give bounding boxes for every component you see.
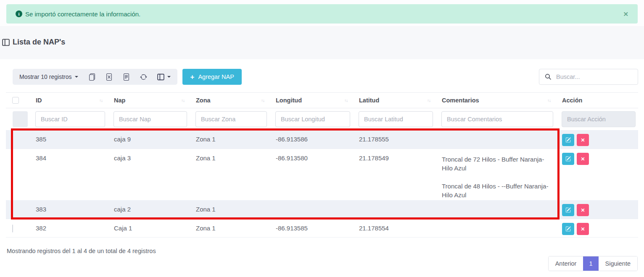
- search-icon: [545, 73, 552, 80]
- sort-icon: ↑↓: [427, 98, 430, 103]
- row-checkbox[interactable]: [12, 225, 13, 233]
- edit-button[interactable]: [562, 153, 574, 165]
- cell-latitud: 21.178549: [353, 149, 435, 200]
- pagination-previous[interactable]: Anterior: [549, 256, 583, 271]
- row-checkbox[interactable]: [12, 154, 13, 162]
- cell-longitud: -86.913580: [269, 149, 353, 200]
- cell-longitud: -86.913586: [269, 130, 353, 149]
- columns-icon: [157, 73, 164, 81]
- cell-comentarios: [435, 130, 556, 149]
- delete-button[interactable]: ✕: [577, 204, 589, 216]
- filter-nap-input[interactable]: [113, 111, 187, 127]
- delete-button[interactable]: ✕: [577, 153, 589, 165]
- add-nap-label: Agregar NAP: [198, 73, 234, 80]
- page-title: Lista de NAP's: [2, 38, 65, 47]
- cell-id: 382: [29, 219, 108, 237]
- comment-line: Troncal de 48 Hilos - --Buffer Naranja- …: [442, 182, 551, 199]
- edit-button[interactable]: [562, 223, 574, 235]
- cell-latitud: [353, 200, 435, 219]
- alert-message: Se importó correctamente la información.: [25, 10, 140, 18]
- column-header-zona[interactable]: Zona↑↓: [190, 93, 269, 108]
- chevron-down-icon: [167, 76, 171, 78]
- sort-icon: ↑↓: [261, 98, 264, 103]
- cell-zona: Zona 1: [190, 149, 269, 200]
- cell-longitud: -86.913585: [269, 219, 353, 237]
- comment-line: Troncal de 72 Hilos - Buffer Naranja- Hi…: [442, 155, 551, 172]
- edit-button[interactable]: [562, 204, 574, 216]
- pencil-square-icon: [565, 137, 571, 143]
- filter-comentarios-input[interactable]: [441, 111, 553, 127]
- cell-actions: ✕: [556, 219, 638, 237]
- info-icon: i: [16, 10, 22, 17]
- edit-button[interactable]: [562, 134, 574, 146]
- cell-nap: caja 3: [108, 149, 190, 200]
- table-icon: [2, 39, 10, 46]
- column-header-longitud[interactable]: Longitud↑↓: [269, 93, 353, 108]
- length-menu-dropdown[interactable]: Mostrar 10 registros: [19, 73, 78, 80]
- cell-zona: Zona 1: [190, 130, 269, 149]
- file-text-icon[interactable]: [123, 73, 130, 81]
- cell-actions: ✕: [556, 149, 638, 200]
- pencil-square-icon: [565, 207, 571, 213]
- filter-accion-input: [562, 111, 636, 127]
- filter-latitud-input[interactable]: [359, 111, 433, 127]
- cell-nap: caja 2: [108, 200, 190, 219]
- table-row: 385 caja 9 Zona 1 -86.913586 21.178555 ✕: [6, 130, 638, 149]
- x-icon: ✕: [581, 156, 585, 162]
- add-nap-button[interactable]: + Agregar NAP: [182, 69, 241, 85]
- cell-comentarios: Troncal de 72 Hilos - Buffer Naranja- Hi…: [435, 149, 556, 200]
- success-alert: i Se importó correctamente la informació…: [6, 4, 638, 24]
- excel-icon[interactable]: [106, 73, 113, 81]
- cell-comentarios: [435, 219, 556, 237]
- nap-table: ID↑↓ Nap↑↓ Zona↑↓ Longitud↑↓ Latitud↑↓ C…: [6, 92, 638, 238]
- search-input[interactable]: [539, 69, 638, 85]
- filter-checkbox-placeholder: [13, 111, 28, 127]
- cell-id: 385: [29, 130, 108, 149]
- plus-icon: +: [190, 73, 194, 81]
- pagination: Anterior 1 Siguiente: [548, 256, 638, 271]
- copy-icon[interactable]: [88, 73, 95, 81]
- column-header-id[interactable]: ID↑↓: [29, 93, 108, 108]
- filter-id-input[interactable]: [35, 111, 105, 127]
- column-header-comentarios[interactable]: Comentarios↑↓: [435, 93, 556, 108]
- cell-zona: Zona 1: [190, 200, 269, 219]
- table-header-row: ID↑↓ Nap↑↓ Zona↑↓ Longitud↑↓ Latitud↑↓ C…: [6, 92, 638, 108]
- cell-actions: ✕: [556, 200, 638, 219]
- filter-zona-input[interactable]: [195, 111, 267, 127]
- sort-icon: ↑↓: [547, 98, 551, 103]
- pagination-page-1[interactable]: 1: [583, 256, 598, 271]
- close-icon[interactable]: ✕: [623, 11, 628, 17]
- pencil-square-icon: [565, 156, 571, 162]
- cell-actions: ✕: [556, 130, 638, 149]
- cell-latitud: 21.178554: [353, 219, 435, 237]
- delete-button[interactable]: ✕: [577, 223, 589, 235]
- x-icon: ✕: [581, 207, 585, 213]
- table-filter-row: [6, 108, 638, 130]
- column-visibility-dropdown[interactable]: [157, 73, 171, 81]
- select-all-checkbox[interactable]: [12, 97, 19, 104]
- cell-comentarios: [435, 200, 556, 219]
- column-header-latitud[interactable]: Latitud↑↓: [353, 93, 435, 108]
- pagination-next[interactable]: Siguiente: [599, 256, 637, 271]
- cell-longitud: [269, 200, 353, 219]
- table-row: 384 caja 3 Zona 1 -86.913580 21.178549 T…: [6, 149, 638, 200]
- table-row: 382 Caja 1 Zona 1 -86.913585 21.178554 ✕: [6, 219, 638, 238]
- delete-button[interactable]: ✕: [577, 134, 589, 146]
- column-header-nap[interactable]: Nap↑↓: [108, 93, 190, 108]
- filter-longitud-input[interactable]: [275, 111, 350, 127]
- chevron-down-icon: [75, 76, 78, 78]
- cell-zona: Zona 1: [190, 219, 269, 237]
- records-summary: Mostrando registros del 1 al 4 de un tot…: [7, 248, 644, 254]
- refresh-icon[interactable]: [140, 73, 147, 81]
- nap-list-card: Mostrar 10 registros + Agregar NAP: [0, 59, 644, 277]
- cell-id: 383: [29, 200, 108, 219]
- row-checkbox[interactable]: [12, 206, 13, 214]
- table-toolbar: Mostrar 10 registros + Agregar NAP: [13, 69, 638, 85]
- sort-icon: ↑↓: [99, 98, 103, 103]
- cell-nap: caja 9: [108, 130, 190, 149]
- row-checkbox[interactable]: [12, 136, 13, 144]
- cell-latitud: 21.178555: [353, 130, 435, 149]
- sort-icon: ↑↓: [181, 98, 185, 103]
- sort-icon: ↑↓: [344, 98, 348, 103]
- cell-id: 384: [29, 149, 108, 200]
